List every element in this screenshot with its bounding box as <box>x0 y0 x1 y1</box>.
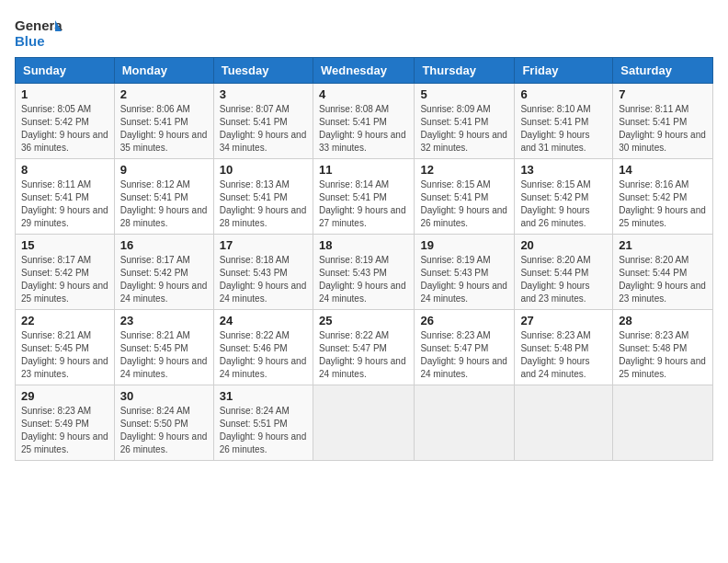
calendar-cell: 11Sunrise: 8:14 AMSunset: 5:41 PMDayligh… <box>313 159 414 235</box>
day-number: 3 <box>220 87 307 101</box>
calendar-week-row: 8Sunrise: 8:11 AMSunset: 5:41 PMDaylight… <box>16 159 713 235</box>
header-cell-tuesday: Tuesday <box>213 58 313 84</box>
day-number: 12 <box>420 163 508 177</box>
day-info: Sunrise: 8:13 AMSunset: 5:41 PMDaylight:… <box>220 178 307 230</box>
day-info: Sunrise: 8:22 AMSunset: 5:47 PMDaylight:… <box>319 329 408 381</box>
day-number: 20 <box>520 238 607 252</box>
day-info: Sunrise: 8:17 AMSunset: 5:42 PMDaylight:… <box>21 254 108 305</box>
day-info: Sunrise: 8:17 AMSunset: 5:42 PMDaylight:… <box>120 254 208 305</box>
day-number: 2 <box>120 87 208 101</box>
day-number: 31 <box>220 389 307 403</box>
day-number: 28 <box>619 314 707 327</box>
day-info: Sunrise: 8:11 AMSunset: 5:41 PMDaylight:… <box>619 103 707 155</box>
day-number: 16 <box>120 238 208 252</box>
day-number: 21 <box>619 238 707 252</box>
calendar-cell: 21Sunrise: 8:20 AMSunset: 5:44 PMDayligh… <box>613 235 713 310</box>
day-number: 26 <box>420 314 508 327</box>
day-info: Sunrise: 8:21 AMSunset: 5:45 PMDaylight:… <box>120 329 208 381</box>
day-info: Sunrise: 8:23 AMSunset: 5:48 PMDaylight:… <box>520 329 607 381</box>
day-number: 9 <box>120 163 208 177</box>
header-cell-sunday: Sunday <box>16 58 115 84</box>
day-number: 11 <box>319 163 408 177</box>
day-info: Sunrise: 8:11 AMSunset: 5:41 PMDaylight:… <box>21 178 108 230</box>
day-info: Sunrise: 8:22 AMSunset: 5:46 PMDaylight:… <box>220 329 307 381</box>
day-number: 29 <box>21 389 108 403</box>
calendar-week-row: 29Sunrise: 8:23 AMSunset: 5:49 PMDayligh… <box>16 385 713 461</box>
calendar-cell <box>313 385 414 461</box>
calendar-cell: 3Sunrise: 8:07 AMSunset: 5:41 PMDaylight… <box>213 84 313 159</box>
day-info: Sunrise: 8:12 AMSunset: 5:41 PMDaylight:… <box>120 178 208 230</box>
calendar-cell: 10Sunrise: 8:13 AMSunset: 5:41 PMDayligh… <box>213 159 313 235</box>
header-cell-friday: Friday <box>515 58 613 84</box>
day-number: 13 <box>520 163 607 177</box>
calendar-cell: 14Sunrise: 8:16 AMSunset: 5:42 PMDayligh… <box>613 159 713 235</box>
day-info: Sunrise: 8:06 AMSunset: 5:41 PMDaylight:… <box>120 103 208 155</box>
day-info: Sunrise: 8:15 AMSunset: 5:42 PMDaylight:… <box>520 178 607 230</box>
calendar-cell: 4Sunrise: 8:08 AMSunset: 5:41 PMDaylight… <box>313 84 414 159</box>
calendar-week-row: 1Sunrise: 8:05 AMSunset: 5:42 PMDaylight… <box>16 84 713 159</box>
header-cell-thursday: Thursday <box>415 58 515 84</box>
calendar-cell: 24Sunrise: 8:22 AMSunset: 5:46 PMDayligh… <box>213 310 313 385</box>
calendar-cell <box>515 385 613 461</box>
calendar-cell: 20Sunrise: 8:20 AMSunset: 5:44 PMDayligh… <box>515 235 613 310</box>
calendar-cell: 15Sunrise: 8:17 AMSunset: 5:42 PMDayligh… <box>16 235 115 310</box>
calendar-cell: 1Sunrise: 8:05 AMSunset: 5:42 PMDaylight… <box>16 84 115 159</box>
header-cell-saturday: Saturday <box>613 58 713 84</box>
day-info: Sunrise: 8:19 AMSunset: 5:43 PMDaylight:… <box>319 254 408 305</box>
calendar-cell: 6Sunrise: 8:10 AMSunset: 5:41 PMDaylight… <box>515 84 613 159</box>
day-info: Sunrise: 8:07 AMSunset: 5:41 PMDaylight:… <box>220 103 307 155</box>
day-info: Sunrise: 8:09 AMSunset: 5:41 PMDaylight:… <box>420 103 508 155</box>
calendar-cell: 30Sunrise: 8:24 AMSunset: 5:50 PMDayligh… <box>114 385 213 461</box>
day-number: 10 <box>220 163 307 177</box>
calendar-cell: 26Sunrise: 8:23 AMSunset: 5:47 PMDayligh… <box>415 310 515 385</box>
day-number: 14 <box>619 163 707 177</box>
calendar-cell: 28Sunrise: 8:23 AMSunset: 5:48 PMDayligh… <box>613 310 713 385</box>
calendar-cell: 2Sunrise: 8:06 AMSunset: 5:41 PMDaylight… <box>114 84 213 159</box>
day-info: Sunrise: 8:21 AMSunset: 5:45 PMDaylight:… <box>21 329 108 381</box>
day-info: Sunrise: 8:10 AMSunset: 5:41 PMDaylight:… <box>520 103 607 155</box>
calendar-cell: 8Sunrise: 8:11 AMSunset: 5:41 PMDaylight… <box>16 159 115 235</box>
day-number: 27 <box>520 314 607 327</box>
calendar-cell: 12Sunrise: 8:15 AMSunset: 5:41 PMDayligh… <box>415 159 515 235</box>
calendar-cell: 25Sunrise: 8:22 AMSunset: 5:47 PMDayligh… <box>313 310 414 385</box>
day-info: Sunrise: 8:23 AMSunset: 5:49 PMDaylight:… <box>21 405 108 456</box>
day-number: 25 <box>319 314 408 327</box>
day-info: Sunrise: 8:08 AMSunset: 5:41 PMDaylight:… <box>319 103 408 155</box>
logo: GeneralBlue <box>15 15 63 50</box>
header-cell-monday: Monday <box>114 58 213 84</box>
day-number: 8 <box>21 163 108 177</box>
day-info: Sunrise: 8:20 AMSunset: 5:44 PMDaylight:… <box>619 254 707 305</box>
calendar-cell: 22Sunrise: 8:21 AMSunset: 5:45 PMDayligh… <box>16 310 115 385</box>
calendar-cell: 9Sunrise: 8:12 AMSunset: 5:41 PMDaylight… <box>114 159 213 235</box>
day-number: 24 <box>220 314 307 327</box>
day-number: 23 <box>120 314 208 327</box>
day-info: Sunrise: 8:14 AMSunset: 5:41 PMDaylight:… <box>319 178 408 230</box>
day-number: 15 <box>21 238 108 252</box>
calendar-cell: 7Sunrise: 8:11 AMSunset: 5:41 PMDaylight… <box>613 84 713 159</box>
calendar-cell: 16Sunrise: 8:17 AMSunset: 5:42 PMDayligh… <box>114 235 213 310</box>
calendar-cell: 27Sunrise: 8:23 AMSunset: 5:48 PMDayligh… <box>515 310 613 385</box>
day-number: 1 <box>21 87 108 101</box>
day-info: Sunrise: 8:23 AMSunset: 5:47 PMDaylight:… <box>420 329 508 381</box>
calendar-cell: 5Sunrise: 8:09 AMSunset: 5:41 PMDaylight… <box>415 84 515 159</box>
day-number: 30 <box>120 389 208 403</box>
day-info: Sunrise: 8:18 AMSunset: 5:43 PMDaylight:… <box>220 254 307 305</box>
header: GeneralBlue <box>15 15 713 50</box>
day-info: Sunrise: 8:16 AMSunset: 5:42 PMDaylight:… <box>619 178 707 230</box>
day-info: Sunrise: 8:24 AMSunset: 5:50 PMDaylight:… <box>120 405 208 456</box>
day-info: Sunrise: 8:20 AMSunset: 5:44 PMDaylight:… <box>520 254 607 305</box>
day-info: Sunrise: 8:05 AMSunset: 5:42 PMDaylight:… <box>21 103 108 155</box>
day-number: 4 <box>319 87 408 101</box>
calendar-cell: 31Sunrise: 8:24 AMSunset: 5:51 PMDayligh… <box>213 385 313 461</box>
day-info: Sunrise: 8:19 AMSunset: 5:43 PMDaylight:… <box>420 254 508 305</box>
svg-text:Blue: Blue <box>15 33 45 49</box>
day-number: 5 <box>420 87 508 101</box>
calendar-week-row: 15Sunrise: 8:17 AMSunset: 5:42 PMDayligh… <box>16 235 713 310</box>
calendar-week-row: 22Sunrise: 8:21 AMSunset: 5:45 PMDayligh… <box>16 310 713 385</box>
calendar-header-row: SundayMondayTuesdayWednesdayThursdayFrid… <box>16 58 713 84</box>
calendar-cell: 17Sunrise: 8:18 AMSunset: 5:43 PMDayligh… <box>213 235 313 310</box>
day-number: 19 <box>420 238 508 252</box>
day-number: 17 <box>220 238 307 252</box>
calendar-cell: 19Sunrise: 8:19 AMSunset: 5:43 PMDayligh… <box>415 235 515 310</box>
day-number: 6 <box>520 87 607 101</box>
